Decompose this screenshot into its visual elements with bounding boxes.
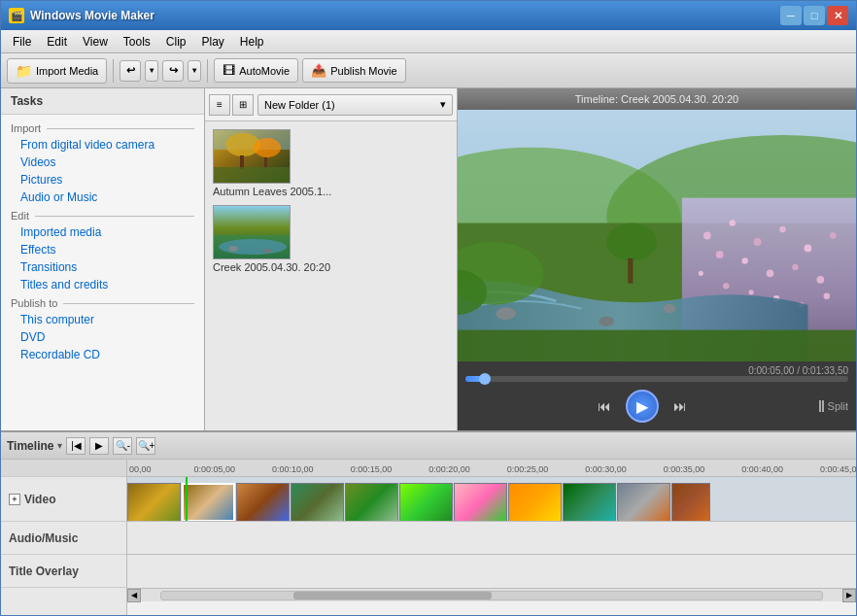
title-bar-left: 🎬 Windows Movie Maker <box>9 8 154 23</box>
clip-thumb-2 <box>237 484 289 521</box>
timeline-zoom-in[interactable]: 🔍+ <box>136 437 155 455</box>
timeline-area: Timeline ▾ |◀ ▶ 🔍- 🔍+ + Video Audio/Musi… <box>1 430 856 615</box>
task-recordable-cd[interactable]: Recordable CD <box>1 346 204 363</box>
import-section-label: Import <box>1 119 204 136</box>
menu-view[interactable]: View <box>75 33 116 51</box>
window-title: Windows Movie Maker <box>30 9 154 22</box>
task-titles[interactable]: Titles and credits <box>1 276 204 293</box>
automovie-icon: 🎞 <box>223 63 235 78</box>
clip-thumb-5 <box>400 484 452 521</box>
task-from-camera[interactable]: From digital video camera <box>1 136 204 154</box>
scrollbar-track[interactable] <box>160 591 823 600</box>
svg-point-22 <box>830 232 836 238</box>
preview-panel: Timeline: Creek 2005.04.30. 20:20 <box>458 88 856 430</box>
minimize-button[interactable]: ─ <box>780 6 802 25</box>
fast-forward-button[interactable]: ⏭ <box>667 393 694 420</box>
timeline-toolbar: Timeline ▾ |◀ ▶ 🔍- 🔍+ <box>1 432 856 460</box>
timeline-dropdown-arrow[interactable]: ▾ <box>57 440 62 451</box>
view-buttons: ≡ ⊞ <box>209 94 254 116</box>
timeline-goto-start[interactable]: |◀ <box>66 437 86 455</box>
title-track-label: Title Overlay <box>1 555 126 588</box>
rewind-button[interactable]: ⏮ <box>591 393 618 420</box>
ruler-mark-1: 0:00:05,00 <box>194 464 236 474</box>
menu-play[interactable]: Play <box>194 33 232 51</box>
scroll-right-button[interactable]: ▶ <box>842 589 856 602</box>
task-this-computer[interactable]: This computer <box>1 311 204 328</box>
video-clip-3[interactable] <box>291 483 344 522</box>
undo-button[interactable]: ↩ <box>120 60 141 82</box>
ruler-mark-2: 0:00:10,00 <box>272 464 314 474</box>
task-audio[interactable]: Audio or Music <box>1 188 204 206</box>
svg-point-18 <box>729 220 735 225</box>
menu-clip[interactable]: Clip <box>158 33 194 51</box>
video-clip-7[interactable] <box>508 483 562 522</box>
tasks-panel: Tasks Import From digital video camera V… <box>1 88 205 430</box>
scrollbar-thumb[interactable] <box>293 592 492 599</box>
menu-file[interactable]: File <box>5 33 39 51</box>
preview-controls: 0:00:05,00 / 0:01:33,50 ⏮ ▶ ⏭ <box>458 361 856 430</box>
menu-tools[interactable]: Tools <box>116 33 158 51</box>
playhead[interactable] <box>186 477 188 521</box>
task-transitions[interactable]: Transitions <box>1 258 204 276</box>
redo-button[interactable]: ↪ <box>162 60 184 82</box>
task-effects[interactable]: Effects <box>1 241 204 258</box>
maximize-button[interactable]: □ <box>804 6 825 25</box>
task-imported-media[interactable]: Imported media <box>1 223 204 241</box>
view-details-button[interactable]: ≡ <box>209 94 230 116</box>
play-button[interactable]: ▶ <box>626 390 659 423</box>
ruler-mark-8: 0:00:40,00 <box>741 464 783 474</box>
timeline-scrollbar: ◀ ▶ <box>127 588 856 601</box>
media-item-autumn[interactable]: Autumn Leaves 2005.1... <box>213 129 449 197</box>
media-panel: ≡ ⊞ New Folder (1) ▾ <box>205 88 458 430</box>
clip-thumb-6 <box>455 484 506 521</box>
task-dvd[interactable]: DVD <box>1 328 204 346</box>
video-clip-4[interactable] <box>345 483 398 522</box>
video-clip-9[interactable] <box>617 483 670 522</box>
task-videos[interactable]: Videos <box>1 154 204 171</box>
view-thumbnail-button[interactable]: ⊞ <box>232 94 254 116</box>
ruler-mark-3: 0:00:15,00 <box>351 464 393 474</box>
video-clip-8[interactable] <box>563 483 616 522</box>
video-clip-0[interactable] <box>127 483 181 522</box>
split-button[interactable]: Split <box>819 400 848 412</box>
clip-thumb-0 <box>128 484 180 521</box>
video-clip-10[interactable] <box>671 483 710 522</box>
undo-dropdown-button[interactable]: ▾ <box>145 60 158 82</box>
automovie-button[interactable]: 🎞 AutoMovie <box>214 58 298 83</box>
svg-rect-41 <box>628 258 633 284</box>
timeline-play[interactable]: ▶ <box>89 437 109 455</box>
clip-thumb-7 <box>509 484 561 521</box>
svg-point-19 <box>754 238 762 246</box>
video-clip-5[interactable] <box>399 483 453 522</box>
import-icon: 📁 <box>16 63 32 79</box>
task-pictures[interactable]: Pictures <box>1 171 204 188</box>
svg-rect-37 <box>458 330 856 361</box>
publish-movie-button[interactable]: 📤 Publish Movie <box>302 58 405 83</box>
creek-label: Creek 2005.04.30. 20:20 <box>213 261 330 273</box>
menu-edit[interactable]: Edit <box>39 33 75 51</box>
timeline-zoom-out[interactable]: 🔍- <box>113 437 132 455</box>
redo-dropdown-button[interactable]: ▾ <box>188 60 201 82</box>
menu-help[interactable]: Help <box>232 33 272 51</box>
main-content: Tasks Import From digital video camera V… <box>1 88 856 430</box>
video-expand-button[interactable]: + <box>9 494 20 505</box>
media-item-creek[interactable]: Creek 2005.04.30. 20:20 <box>213 205 449 273</box>
title-bar: 🎬 Windows Movie Maker ─ □ ✕ <box>1 1 856 30</box>
video-clip-6[interactable] <box>454 483 507 522</box>
close-button[interactable]: ✕ <box>827 6 848 25</box>
video-label: Video <box>24 493 55 506</box>
video-clip-2[interactable] <box>236 483 290 522</box>
svg-point-25 <box>767 269 774 277</box>
import-media-button[interactable]: 📁 Import Media <box>7 58 107 84</box>
import-media-label: Import Media <box>36 65 98 77</box>
video-clip-1[interactable] <box>182 483 235 522</box>
folder-dropdown[interactable]: New Folder (1) ▾ <box>257 94 453 116</box>
svg-point-21 <box>805 245 812 253</box>
svg-point-34 <box>496 307 516 320</box>
clip-thumb-3 <box>291 484 343 521</box>
progress-track[interactable] <box>465 376 848 382</box>
timeline-content: + Video Audio/Music Title Overlay 00,00 … <box>1 460 856 615</box>
svg-point-9 <box>219 239 287 255</box>
scroll-left-button[interactable]: ◀ <box>127 589 141 602</box>
progress-thumb[interactable] <box>479 373 491 385</box>
